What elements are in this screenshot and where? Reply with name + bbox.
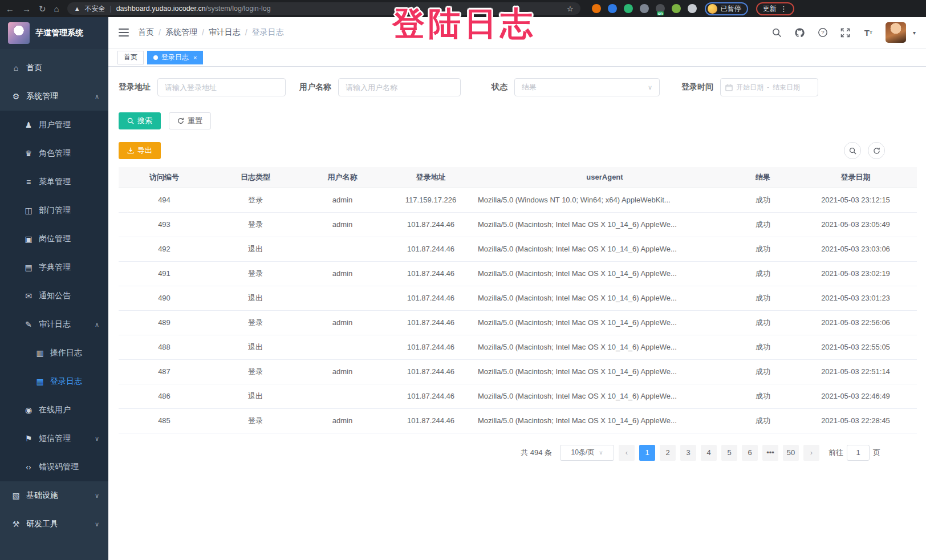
blue-gem-extension-icon[interactable]	[608, 4, 617, 13]
sidebar-item-8[interactable]: ✉通知公告	[0, 282, 108, 310]
sidebar-item-5[interactable]: ◫部门管理	[0, 196, 108, 225]
sidebar-item-11[interactable]: ▦登录日志	[0, 367, 108, 396]
browser-menu-icon[interactable]: ⋮	[780, 5, 787, 13]
prev-page-button[interactable]: ‹	[619, 445, 635, 461]
breadcrumb-item[interactable]: 系统管理	[165, 27, 197, 38]
help-icon[interactable]: ?	[817, 27, 828, 38]
status-label: 状态	[492, 82, 507, 92]
grid-extension-icon[interactable]	[640, 4, 649, 13]
breadcrumb-item[interactable]: 首页	[138, 27, 154, 38]
tag-0[interactable]: 首页	[117, 51, 144, 64]
sidebar-item-3[interactable]: ♛角色管理	[0, 139, 108, 168]
column-header[interactable]: userAgent	[478, 167, 732, 188]
sidebar-item-10[interactable]: ▥操作日志	[0, 339, 108, 367]
search-button[interactable]: 搜索	[119, 112, 161, 129]
sidebar-item-14[interactable]: ‹›错误码管理	[0, 453, 108, 481]
close-icon[interactable]: ×	[193, 54, 197, 61]
next-page-button[interactable]: ›	[803, 445, 819, 461]
font-size-icon[interactable]: TT	[863, 27, 874, 38]
table-cell: 2021-05-03 22:56:06	[794, 310, 917, 335]
table-row[interactable]: 486退出101.87.244.46Mozilla/5.0 (Macintosh…	[119, 384, 917, 408]
page-button-2[interactable]: 2	[660, 445, 676, 461]
table-row[interactable]: 489登录admin101.87.244.46Mozilla/5.0 (Maci…	[119, 310, 917, 335]
page-button-4[interactable]: 4	[701, 445, 717, 461]
table-row[interactable]: 485登录admin101.87.244.46Mozilla/5.0 (Maci…	[119, 408, 917, 433]
table-row[interactable]: 494登录admin117.159.17.226Mozilla/5.0 (Win…	[119, 188, 917, 212]
app-logo[interactable]: 芋道管理系统	[0, 17, 108, 49]
table-cell: 488	[119, 335, 210, 359]
bookmark-star-icon[interactable]: ☆	[567, 5, 574, 13]
table-cell: admin	[301, 310, 384, 335]
user-avatar[interactable]	[886, 22, 906, 43]
column-header[interactable]: 用户名称	[301, 167, 384, 188]
browser-home-icon[interactable]: ⌂	[54, 5, 59, 13]
profile-paused-badge[interactable]: 已暂停	[705, 2, 748, 15]
orange-extension-icon[interactable]	[592, 4, 601, 13]
address-bar[interactable]: ▲ 不安全 | dashboard.yudao.iocoder.cn/syste…	[67, 2, 580, 15]
column-header[interactable]: 登录日期	[794, 167, 917, 188]
table-row[interactable]: 491登录admin101.87.244.46Mozilla/5.0 (Maci…	[119, 261, 917, 286]
leaf-extension-icon[interactable]	[672, 4, 681, 13]
sidebar-item-label: 部门管理	[39, 205, 71, 216]
puzzle-extension-icon[interactable]	[688, 4, 697, 13]
sidebar-item-12[interactable]: ◉在线用户	[0, 396, 108, 424]
page-button-6[interactable]: 6	[742, 445, 758, 461]
tag-1[interactable]: 登录日志×	[147, 51, 203, 64]
table-cell: 101.87.244.46	[384, 286, 478, 310]
date-range-picker[interactable]: 开始日期 - 结束日期	[720, 78, 818, 96]
security-warning-icon[interactable]: ▲	[74, 5, 80, 12]
column-header[interactable]: 访问编号	[119, 167, 210, 188]
sidebar-item-15[interactable]: ▧基础设施∨	[0, 481, 108, 510]
refresh-button[interactable]	[868, 142, 885, 159]
hamburger-icon[interactable]	[119, 29, 129, 36]
sidebar-item-4[interactable]: ≡菜单管理	[0, 168, 108, 196]
table-row[interactable]: 493登录admin101.87.244.46Mozilla/5.0 (Maci…	[119, 212, 917, 237]
page-button-•••[interactable]: •••	[762, 445, 778, 461]
avatar-caret-icon[interactable]: ▾	[913, 30, 916, 36]
address-input[interactable]	[157, 78, 286, 96]
github-icon[interactable]	[794, 27, 806, 38]
breadcrumb-item[interactable]: 审计日志	[209, 27, 241, 38]
search-icon[interactable]	[771, 27, 783, 38]
active-dot-icon	[153, 55, 158, 60]
page-button-5[interactable]: 5	[721, 445, 737, 461]
sidebar-item-13[interactable]: ⚑短信管理∨	[0, 424, 108, 453]
browser-back-icon[interactable]: ←	[6, 5, 14, 13]
browser-update-button[interactable]: 更新 ⋮	[756, 2, 794, 15]
sidebar-item-0[interactable]: ⌂首页	[0, 54, 108, 82]
table-cell: Mozilla/5.0 (Macintosh; Intel Mac OS X 1…	[478, 310, 732, 335]
page-button-50[interactable]: 50	[783, 445, 799, 461]
sidebar-item-7[interactable]: ▤字典管理	[0, 253, 108, 282]
green-check-extension-icon[interactable]	[624, 4, 633, 13]
start-date-placeholder[interactable]: 开始日期	[736, 83, 763, 92]
page-button-1[interactable]: 1	[639, 445, 655, 461]
fullscreen-icon[interactable]	[840, 27, 851, 38]
sidebar-item-6[interactable]: ▣岗位管理	[0, 225, 108, 253]
sidebar-item-2[interactable]: ♟用户管理	[0, 111, 108, 139]
reset-button[interactable]: 重置	[169, 112, 211, 129]
browser-forward-icon[interactable]: →	[22, 5, 31, 13]
table-row[interactable]: 487登录admin101.87.244.46Mozilla/5.0 (Maci…	[119, 359, 917, 384]
goto-page-input[interactable]	[847, 445, 870, 461]
table-row[interactable]: 490退出101.87.244.46Mozilla/5.0 (Macintosh…	[119, 286, 917, 310]
column-header[interactable]: 日志类型	[210, 167, 301, 188]
list-on-extension-icon[interactable]: on	[656, 4, 665, 13]
page-size-select[interactable]: 10条/页 ∨	[560, 445, 614, 461]
status-select[interactable]: 结果 ∨	[514, 78, 660, 96]
column-header[interactable]: 登录地址	[384, 167, 478, 188]
username-input[interactable]	[338, 78, 461, 96]
page-button-3[interactable]: 3	[680, 445, 696, 461]
sidebar-item-16[interactable]: ⚒研发工具∨	[0, 510, 108, 538]
toggle-search-button[interactable]	[844, 142, 861, 159]
sidebar-item-1[interactable]: ⚙系统管理∧	[0, 82, 108, 111]
column-header[interactable]: 结果	[732, 167, 794, 188]
sidebar-item-9[interactable]: ✎审计日志∧	[0, 310, 108, 339]
end-date-placeholder[interactable]: 结束日期	[773, 83, 800, 92]
page-url[interactable]: dashboard.yudao.iocoder.cn/system/log/lo…	[116, 5, 271, 13]
security-label[interactable]: 不安全	[85, 4, 105, 14]
table-row[interactable]: 492退出101.87.244.46Mozilla/5.0 (Macintosh…	[119, 237, 917, 261]
table-cell: 2021-05-03 23:03:06	[794, 237, 917, 261]
browser-reload-icon[interactable]: ↻	[39, 5, 46, 13]
table-row[interactable]: 488退出101.87.244.46Mozilla/5.0 (Macintosh…	[119, 335, 917, 359]
export-button[interactable]: 导出	[119, 142, 161, 159]
